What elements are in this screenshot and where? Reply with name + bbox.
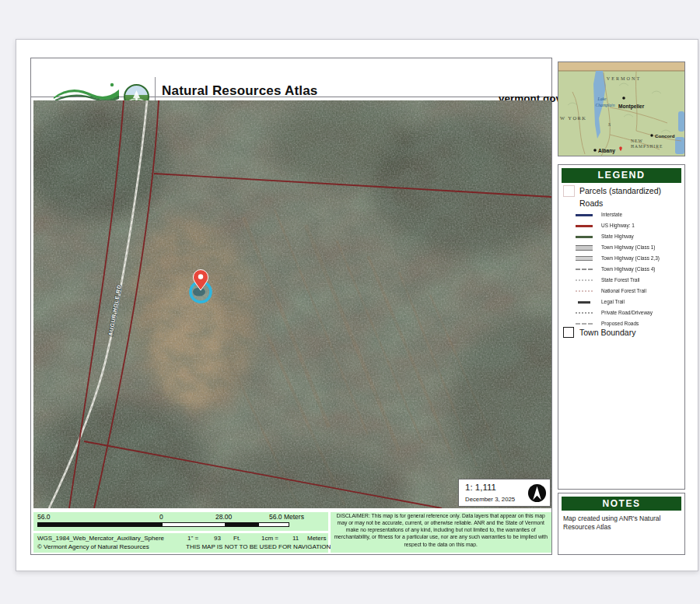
page-title: Natural Resources Atlas [162,83,318,99]
interstate-line-icon [574,214,594,216]
inset-label-vermont: VERMONT [607,76,642,81]
map-document-page: VERMONT Natural Resources Atlas Vermont … [16,39,698,571]
inset-city-dot-albany [593,149,597,152]
national-forest-trail-line-icon [574,290,594,292]
scale-info-box: 1: 1,111 December 3, 2025 [458,479,551,507]
state-forest-trail-line-icon [574,279,594,281]
cm-unit: Meters [307,535,326,542]
projection-strip: WGS_1984_Web_Mercator_Auxiliary_Sphere 1… [33,533,328,553]
map-date: December 3, 2025 [465,496,515,503]
town-boundary-checkbox [563,327,574,338]
scalebar-segment [37,522,162,527]
inset-city-dot-montpelier [622,97,625,100]
inset-label-albany: Albany [598,148,615,154]
notes-header: NOTES [562,497,681,511]
scalebar-segment [226,522,258,527]
scalebar-left-label: 56.0 [37,513,51,521]
inset-label-nh1: NEW [631,139,643,143]
scalebar-mid-label: 28.00 [215,513,232,521]
proposed-roads-line-icon [574,323,594,325]
legend-item-private-road: Private Road/Driveway [562,307,683,318]
town-highway1-line-icon [574,245,594,251]
legend-item-town-highway-23: Town Highway (Class 2,3) [562,253,683,264]
cm-eq: 1cm = [261,535,278,542]
scalebar-right-label: 56.0 Meters [269,513,304,521]
copyright-label: © Vermont Agency of Natural Resources [37,543,149,550]
notes-text: Map created using ANR's Natural Resource… [563,514,680,532]
inset-city-dot-concord [650,134,653,136]
legend-item-state-forest-trail: State Forest Trail [562,275,683,286]
legend-parcels-label: Parcels (standardized) [579,186,661,195]
inset-water-patch [675,137,684,154]
inch-eq: 1" = [187,535,198,542]
inset-label-lake2: Champlain [596,103,615,107]
scalebar-segment [162,522,226,527]
location-marker[interactable] [191,270,211,303]
logo-dot [110,83,114,86]
projection-label: WGS_1984_Web_Mercator_Auxiliary_Sphere [37,535,164,542]
town-highway4-line-icon [574,269,594,270]
pin-center-dot [198,274,203,279]
parcels-checkbox [563,185,575,197]
legal-trail-line-icon [574,301,594,304]
inset-water-patch [678,111,684,132]
legend-item-town-highway-1: Town Highway (Class 1) [562,242,683,253]
north-arrow-icon [527,483,547,503]
legend-town-boundary-label: Town Boundary [579,328,635,337]
legend-roads-label: Roads [579,198,603,208]
legend-item-state-highway: State Highway [562,231,683,242]
inset-label-s: S [608,122,611,127]
legend-panel: LEGEND Parcels (standardized) Roads Inte… [558,164,685,490]
map-canvas[interactable]: AUGUR HOLE RD [33,100,551,508]
inch-unit: Ft. [233,535,240,542]
overview-inset-map[interactable]: VERMONT Lake Champlain Montpelier W YORK… [558,61,685,156]
inch-val: 93 [214,535,221,542]
cm-val: 11 [292,535,299,542]
us-highway-line-icon [574,225,594,227]
legend-header: LEGEND [562,168,681,183]
scalebar-segment [258,522,289,527]
inset-canada-band [558,62,684,71]
inset-label-newyork: W YORK [560,115,586,121]
inset-label-concord: Concord [655,133,675,139]
private-road-line-icon [574,312,594,314]
scale-ratio: 1: 1,111 [465,483,496,492]
inset-label-montpelier: Montpelier [618,104,645,110]
inset-label-lake1: Lake [597,97,607,101]
legend-item-interstate: Interstate [562,209,683,220]
disclaimer-text: DISCLAIMER: This map is for general refe… [331,512,551,549]
scalebar-strip: 56.0 0 28.00 56.0 Meters [33,512,328,531]
notes-panel: NOTES Map created using ANR's Natural Re… [558,493,685,555]
scalebar-zero-label: 0 [159,513,163,521]
legend-item-us-highway: US Highway: 1 [562,220,683,231]
screen: { "header": { "logo_text": "VERMONT", "t… [0,0,700,604]
legend-item-national-forest-trail: National Forest Trail [562,286,683,297]
inset-label-nh2: HAMPSHIRE [631,144,663,149]
town-highway23-line-icon [574,256,594,261]
legend-item-town-highway-4: Town Highway (Class 4) [562,264,683,275]
header-bar: VERMONT Natural Resources Atlas Vermont … [30,58,552,97]
navigation-warning: THIS MAP IS NOT TO BE USED FOR NAVIGATIO… [186,543,331,550]
legend-item-legal-trail: Legal Trail [562,297,683,307]
state-highway-line-icon [574,236,594,238]
disclaimer-box: DISCLAIMER: This map is for general refe… [331,512,551,553]
